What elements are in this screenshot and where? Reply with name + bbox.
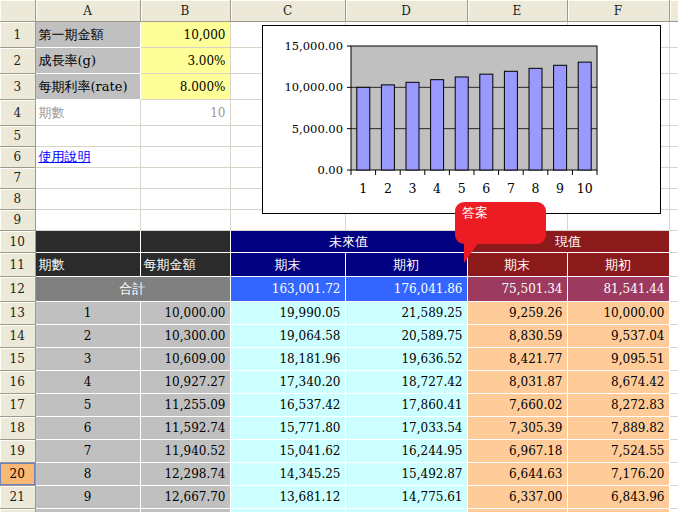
cell-present-end[interactable]: 6,043.62 (467, 509, 567, 512)
total-label[interactable]: 合計 (35, 277, 230, 302)
cell-present-end[interactable]: 6,337.00 (467, 486, 567, 509)
cell-present-end[interactable]: 6,967.18 (467, 440, 567, 463)
column-header-E[interactable]: E (467, 0, 567, 22)
cell-future-begin[interactable]: 17,860.41 (345, 394, 467, 417)
cell-period[interactable]: 10 (35, 509, 140, 512)
answer-callout[interactable]: 答案 (455, 202, 546, 244)
cell-payment[interactable]: 11,940.52 (140, 440, 230, 463)
cell-payment[interactable]: 11,255.09 (140, 394, 230, 417)
cell-period[interactable]: 1 (35, 302, 140, 325)
cell-present-end[interactable]: 8,830.59 (467, 325, 567, 348)
cell-period[interactable]: 7 (35, 440, 140, 463)
column-label-future-begin[interactable]: 期初 (345, 253, 467, 277)
row-header[interactable]: 18 (0, 417, 35, 440)
row-header[interactable]: 19 (0, 440, 35, 463)
cell[interactable] (140, 189, 230, 210)
cell[interactable] (35, 168, 140, 189)
row-header[interactable]: 3 (0, 74, 35, 100)
cell-future-begin[interactable]: 15,492.87 (345, 463, 467, 486)
cell[interactable] (669, 100, 678, 126)
cell[interactable] (669, 74, 678, 100)
cell-present-end[interactable]: 8,031.87 (467, 371, 567, 394)
cell-period[interactable]: 8 (35, 463, 140, 486)
total-present-end[interactable]: 75,501.34 (467, 277, 567, 302)
cell-present-begin[interactable]: 8,674.42 (567, 371, 669, 394)
row-header[interactable]: 21 (0, 486, 35, 509)
cell-payment[interactable]: 12,667.70 (140, 486, 230, 509)
cell-present-begin[interactable]: 9,095.51 (567, 348, 669, 371)
row-header[interactable]: 17 (0, 394, 35, 417)
row-header[interactable]: 13 (0, 302, 35, 325)
cell-present-begin[interactable]: 9,537.04 (567, 325, 669, 348)
embedded-bar-chart[interactable]: 0.005,000.0010,000.0015,000.001234567891… (262, 25, 661, 214)
future-value-group-header[interactable]: 未來值 (230, 231, 467, 253)
column-label-future-end[interactable]: 期末 (230, 253, 345, 277)
cell[interactable] (669, 348, 678, 371)
column-header-B[interactable]: B (140, 0, 230, 22)
cell[interactable] (669, 168, 678, 189)
cell[interactable] (35, 189, 140, 210)
cell-future-begin[interactable]: 18,727.42 (345, 371, 467, 394)
column-header-G-sliver[interactable] (669, 0, 678, 22)
row-header[interactable]: 6 (0, 147, 35, 168)
cell-period[interactable]: 3 (35, 348, 140, 371)
row-header[interactable]: 10 (0, 231, 35, 253)
cell[interactable] (669, 440, 678, 463)
cell[interactable] (35, 210, 140, 231)
cell[interactable] (669, 509, 678, 512)
column-header-F[interactable]: F (567, 0, 669, 22)
cell-present-end[interactable]: 7,305.39 (467, 417, 567, 440)
cell-period[interactable]: 4 (35, 371, 140, 394)
cell[interactable] (669, 394, 678, 417)
cell-present-begin[interactable]: 8,272.83 (567, 394, 669, 417)
cell-present-end[interactable]: 7,660.02 (467, 394, 567, 417)
cell-future-end[interactable]: 15,771.80 (230, 417, 345, 440)
cell[interactable] (669, 126, 678, 147)
cell[interactable] (669, 463, 678, 486)
cell-payment[interactable]: 10,927.27 (140, 371, 230, 394)
cell-present-begin[interactable]: 7,889.82 (567, 417, 669, 440)
cell-payment[interactable]: 11,592.74 (140, 417, 230, 440)
cell-B3-interest-rate-value[interactable]: 8.000% (140, 74, 230, 100)
cell-future-end[interactable]: 16,537.42 (230, 394, 345, 417)
total-future-begin[interactable]: 176,041.86 (345, 277, 467, 302)
row-header[interactable]: 9 (0, 210, 35, 231)
cell-future-begin[interactable]: 14,091.55 (345, 509, 467, 512)
cell-future-begin[interactable]: 19,636.52 (345, 348, 467, 371)
cell-future-end[interactable]: 19,990.05 (230, 302, 345, 325)
cell[interactable] (669, 189, 678, 210)
cell-future-end[interactable]: 18,181.96 (230, 348, 345, 371)
cell-A2-growth-rate-label[interactable]: 成長率(g) (35, 48, 140, 74)
cell[interactable] (669, 210, 678, 231)
cell-present-end[interactable]: 6,644.63 (467, 463, 567, 486)
cell-future-begin[interactable]: 17,033.54 (345, 417, 467, 440)
cell-future-end[interactable]: 17,340.20 (230, 371, 345, 394)
cell-future-end[interactable]: 13,047.73 (230, 509, 345, 512)
cell[interactable] (35, 126, 140, 147)
cell-B1-first-payment-value[interactable]: 10,000 (140, 22, 230, 48)
cell-period[interactable]: 5 (35, 394, 140, 417)
cell-present-begin[interactable]: 6,843.96 (567, 486, 669, 509)
cell-future-end[interactable]: 19,064.58 (230, 325, 345, 348)
column-label-period[interactable]: 期數 (35, 253, 140, 277)
column-header-C[interactable]: C (230, 0, 345, 22)
cell-B2-growth-rate-value[interactable]: 3.00% (140, 48, 230, 74)
cell-present-end[interactable]: 9,259.26 (467, 302, 567, 325)
cell-present-begin[interactable]: 7,524.55 (567, 440, 669, 463)
cell-future-end[interactable]: 14,345.25 (230, 463, 345, 486)
row-header[interactable]: 22 (0, 509, 35, 512)
cell[interactable] (669, 277, 678, 302)
cell-payment[interactable]: 10,300.00 (140, 325, 230, 348)
cell-future-begin[interactable]: 16,244.95 (345, 440, 467, 463)
cell-B4-periods-value[interactable]: 10 (140, 100, 230, 126)
cell-payment[interactable]: 13,047.73 (140, 509, 230, 512)
row-header[interactable]: 2 (0, 48, 35, 74)
column-header-A[interactable]: A (35, 0, 140, 22)
cell-present-begin[interactable]: 10,000.00 (567, 302, 669, 325)
usage-help-link[interactable]: 使用說明 (39, 149, 91, 164)
row-header[interactable]: 15 (0, 348, 35, 371)
column-header-D[interactable]: D (345, 0, 467, 22)
cell-payment[interactable]: 10,000.00 (140, 302, 230, 325)
row-header[interactable]: 12 (0, 277, 35, 302)
cell[interactable] (669, 231, 678, 253)
